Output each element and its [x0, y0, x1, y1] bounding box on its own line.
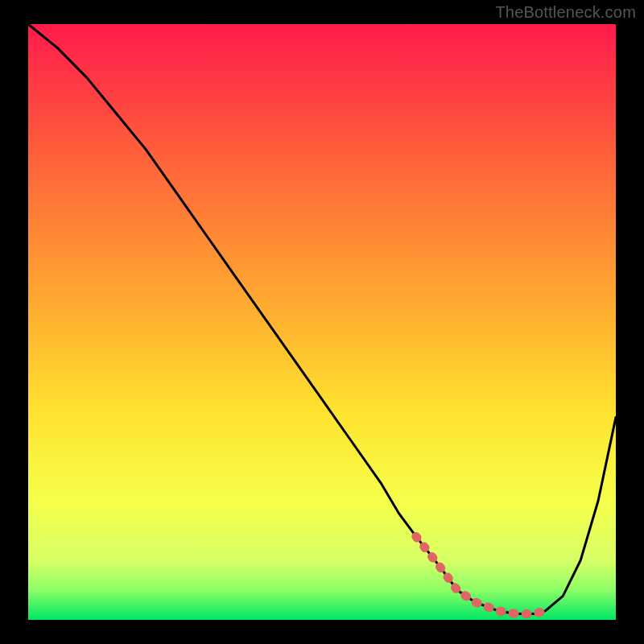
plot-area: [28, 24, 616, 620]
watermark-text: TheBottleneck.com: [495, 3, 636, 22]
chart-svg: [28, 24, 616, 620]
chart-frame: TheBottleneck.com: [0, 0, 644, 644]
